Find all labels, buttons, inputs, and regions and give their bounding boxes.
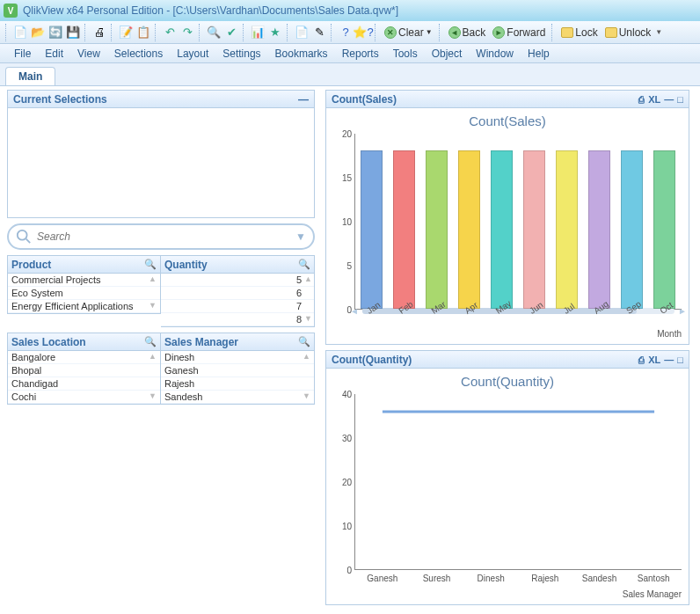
menu-layout[interactable]: Layout xyxy=(170,46,215,62)
list-item[interactable]: Bangalore▲ xyxy=(8,351,160,364)
search-icon[interactable]: 🔍 xyxy=(144,259,157,270)
x-tick: Dinesh xyxy=(478,574,505,583)
chart1-plot-area[interactable]: ◄ ► Month 05101520JanFebMarAprMayJunJulA… xyxy=(354,134,682,310)
listbox-group-1: Product🔍 Commercial Projects▲Eco SystemE… xyxy=(7,255,315,327)
selections-icon[interactable]: ✔ xyxy=(223,25,239,40)
y-tick: 20 xyxy=(331,129,352,139)
menu-file[interactable]: File xyxy=(7,46,38,62)
detach-icon[interactable]: ⎙ xyxy=(638,94,645,105)
menu-settings[interactable]: Settings xyxy=(215,46,267,62)
minimize-icon[interactable]: — xyxy=(664,94,674,105)
listbox-quantity[interactable]: Quantity🔍 5▲678▼ xyxy=(161,255,315,327)
menu-reports[interactable]: Reports xyxy=(335,46,386,62)
bar-jun[interactable] xyxy=(523,150,546,309)
svg-line-1 xyxy=(26,239,31,244)
app-icon: V xyxy=(4,4,18,18)
chart2-plot-area[interactable]: Sales Manager 010203040GaneshSureshDines… xyxy=(354,394,682,570)
list-item[interactable]: Chandigad xyxy=(8,377,160,391)
menu-tools[interactable]: Tools xyxy=(386,46,425,62)
y-tick: 15 xyxy=(331,173,352,183)
listbox-manager[interactable]: Sales Manager🔍 Dinesh▲GaneshRajeshSandes… xyxy=(161,333,315,405)
list-item[interactable]: 7 xyxy=(161,300,314,313)
redo-icon[interactable]: ↷ xyxy=(179,25,195,40)
notes-icon[interactable]: 📄 xyxy=(294,25,310,40)
list-item[interactable]: 8▼ xyxy=(161,313,314,326)
workspace: Current Selections — ▼ Product🔍 Commerci… xyxy=(0,86,700,614)
print-icon[interactable]: 🖨 xyxy=(91,25,107,40)
detach-icon[interactable]: ⎙ xyxy=(638,355,645,365)
list-item[interactable]: 6 xyxy=(161,287,314,300)
bookmark-add-icon[interactable]: ★ xyxy=(267,25,283,40)
unlock-button[interactable]: Unlock xyxy=(602,26,654,39)
search-icon[interactable]: 🔍 xyxy=(298,259,310,270)
tab-main[interactable]: Main xyxy=(5,67,55,85)
undo-icon[interactable]: ↶ xyxy=(162,25,178,40)
list-item[interactable]: Cochi▼ xyxy=(8,391,160,404)
listbox-quantity-title: Quantity xyxy=(164,259,208,271)
save-icon[interactable]: 💾 xyxy=(65,25,81,40)
bar-jul[interactable] xyxy=(556,150,579,309)
maximize-icon[interactable]: □ xyxy=(677,355,683,365)
list-item[interactable]: Rajesh xyxy=(161,377,314,391)
list-item[interactable]: Eco System xyxy=(8,287,160,300)
search-dropdown-icon[interactable]: ▼ xyxy=(295,230,306,243)
search-icon[interactable]: 🔍 xyxy=(144,336,157,347)
menu-window[interactable]: Window xyxy=(469,46,521,62)
listbox-product-title: Product xyxy=(11,259,51,271)
minimize-icon[interactable]: — xyxy=(298,93,309,106)
list-item[interactable]: Energy Efficient Applications▼ xyxy=(8,300,160,313)
listbox-location[interactable]: Sales Location🔍 Bangalore▲BhopalChandiga… xyxy=(7,333,161,405)
listbox-group-2: Sales Location🔍 Bangalore▲BhopalChandiga… xyxy=(7,333,315,405)
menu-view[interactable]: View xyxy=(70,46,107,62)
menu-object[interactable]: Object xyxy=(425,46,470,62)
bar-aug[interactable] xyxy=(588,150,611,309)
chart-count-sales: Count(Sales) ⎙ XL — □ Count(Sales) ◄ ► M… xyxy=(325,90,689,345)
search-icon xyxy=(16,229,32,245)
list-item[interactable]: Sandesh▼ xyxy=(161,391,314,404)
forward-button[interactable]: ►Forward xyxy=(490,26,548,39)
menu-help[interactable]: Help xyxy=(521,46,557,62)
reload-icon[interactable]: 📋 xyxy=(135,25,151,40)
refresh-icon[interactable]: 🔄 xyxy=(47,25,63,40)
xl-export-button[interactable]: XL xyxy=(648,355,660,365)
y-tick: 10 xyxy=(331,522,352,531)
xl-export-button[interactable]: XL xyxy=(648,94,660,105)
scroll-right-icon[interactable]: ► xyxy=(678,306,687,316)
bar-may[interactable] xyxy=(491,150,514,309)
edit-script-icon[interactable]: 📝 xyxy=(118,25,134,40)
whatsthis-icon[interactable]: ⭐? xyxy=(355,25,371,40)
bar-feb[interactable] xyxy=(393,150,416,309)
maximize-icon[interactable]: □ xyxy=(677,94,683,105)
bar-sep[interactable] xyxy=(621,150,644,309)
list-item[interactable]: Dinesh▲ xyxy=(161,351,314,364)
search-input[interactable] xyxy=(37,230,295,243)
forward-label: Forward xyxy=(507,26,545,39)
list-item[interactable]: Ganesh xyxy=(161,364,314,377)
menu-edit[interactable]: Edit xyxy=(38,46,70,62)
clear-button[interactable]: ✕Clear ▼ xyxy=(382,26,435,39)
search-icon[interactable]: 🔍 xyxy=(206,25,222,40)
bar-jan[interactable] xyxy=(361,150,383,309)
bar-apr[interactable] xyxy=(458,150,481,309)
bar-mar[interactable] xyxy=(426,150,448,309)
search-icon[interactable]: 🔍 xyxy=(298,336,310,347)
menu-selections[interactable]: Selections xyxy=(107,46,170,62)
minimize-icon[interactable]: — xyxy=(664,355,674,365)
help-icon[interactable]: ? xyxy=(338,25,354,40)
list-item[interactable]: Commercial Projects▲ xyxy=(8,274,160,287)
lock-button[interactable]: Lock xyxy=(558,26,600,39)
back-button[interactable]: ◄Back xyxy=(446,26,489,39)
list-item[interactable]: Bhopal xyxy=(8,364,160,377)
listbox-manager-title: Sales Manager xyxy=(164,336,238,348)
search-box[interactable]: ▼ xyxy=(7,223,315,250)
chart-wizard-icon[interactable]: 📊 xyxy=(250,25,266,40)
listbox-product[interactable]: Product🔍 Commercial Projects▲Eco SystemE… xyxy=(7,255,161,314)
new-doc-icon[interactable]: 📄 xyxy=(12,25,28,40)
chart2-header: Count(Quantity) xyxy=(332,354,412,366)
sheet-tab-row: Main xyxy=(0,63,700,86)
open-icon[interactable]: 📂 xyxy=(30,25,46,40)
bar-oct[interactable] xyxy=(653,150,676,309)
menu-bookmarks[interactable]: Bookmarks xyxy=(268,46,335,62)
design-icon[interactable]: ✎ xyxy=(311,25,327,40)
list-item[interactable]: 5▲ xyxy=(161,274,314,287)
